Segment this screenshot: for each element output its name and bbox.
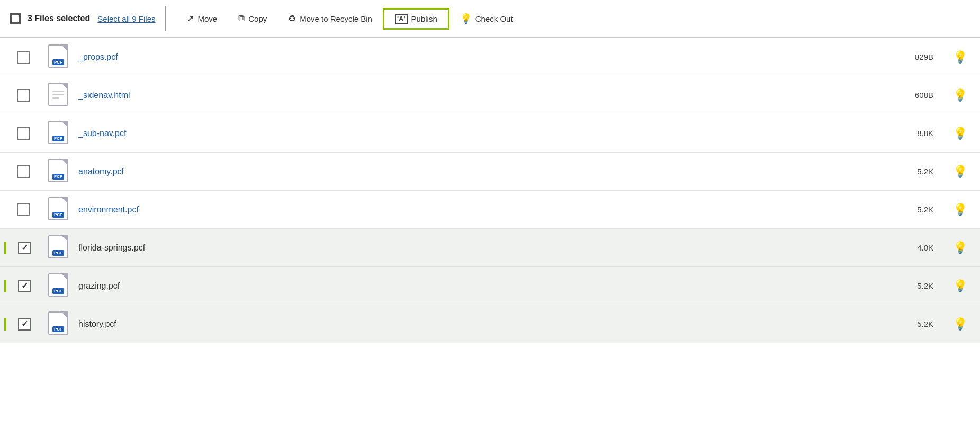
pcf-badge: PCF xyxy=(52,288,64,294)
pcf-file-icon: PCF xyxy=(47,273,69,299)
table-row: PCF _sub-nav.pcf8.8K💡 xyxy=(0,114,980,153)
file-checkbox[interactable] xyxy=(18,242,31,254)
publish-button[interactable]: 'A' Publish xyxy=(383,8,449,30)
recycle-bin-button[interactable]: ♻ Move to Recycle Bin xyxy=(277,8,383,30)
file-action-cell: 💡 xyxy=(944,88,976,102)
file-checkbox[interactable] xyxy=(17,127,30,140)
pcf-badge: PCF xyxy=(52,174,64,180)
file-size: 4.0K xyxy=(880,243,944,252)
pcf-file-icon: PCF xyxy=(47,235,69,261)
checkout-icon[interactable]: 💡 xyxy=(953,203,967,217)
table-row: PCF florida-springs.pcf4.0K💡 xyxy=(0,229,980,267)
pcf-badge: PCF xyxy=(52,326,64,332)
checkout-icon[interactable]: 💡 xyxy=(953,165,967,179)
checkout-icon[interactable]: 💡 xyxy=(953,127,967,140)
pcf-file-icon: PCF xyxy=(47,311,69,337)
toolbar: 3 Files selected Select all 9 Files ↗ Mo… xyxy=(0,0,980,38)
checkout-icon[interactable]: 💡 xyxy=(953,50,967,64)
row-checkbox-cell xyxy=(4,165,42,178)
file-checkbox[interactable] xyxy=(17,203,30,216)
file-checkbox[interactable] xyxy=(17,51,30,64)
file-action-cell: 💡 xyxy=(944,317,976,331)
file-size: 5.2K xyxy=(880,205,944,214)
row-checkbox-cell xyxy=(4,242,42,254)
file-checkbox[interactable] xyxy=(18,280,31,292)
file-action-cell: 💡 xyxy=(944,203,976,217)
select-all-checkbox[interactable] xyxy=(5,13,28,24)
select-all-link[interactable]: Select all 9 Files xyxy=(97,14,155,23)
move-icon: ↗ xyxy=(186,13,194,24)
file-name-link[interactable]: _sub-nav.pcf xyxy=(78,129,126,138)
publish-icon: 'A' xyxy=(395,14,408,24)
checkout-icon[interactable]: 💡 xyxy=(953,279,967,293)
file-size: 608B xyxy=(880,91,944,100)
table-row: PCF grazing.pcf5.2K💡 xyxy=(0,267,980,305)
file-size: 5.2K xyxy=(880,281,944,290)
file-icon-cell: PCF xyxy=(42,121,74,146)
table-row: PCF environment.pcf5.2K💡 xyxy=(0,191,980,229)
row-checkbox-cell xyxy=(4,203,42,216)
file-name-cell: grazing.pcf xyxy=(74,281,880,291)
file-name-cell: _props.pcf xyxy=(74,52,880,62)
publish-label: Publish xyxy=(411,14,437,23)
checkout-icon[interactable]: 💡 xyxy=(953,317,967,331)
file-icon-cell: PCF xyxy=(42,273,74,299)
move-label: Move xyxy=(198,14,218,23)
table-row: PCF _props.pcf829B💡 xyxy=(0,38,980,76)
checkout-button[interactable]: 💡 Check Out xyxy=(449,7,524,30)
file-name-cell: _sub-nav.pcf xyxy=(74,129,880,138)
file-name-cell: anatomy.pcf xyxy=(74,167,880,176)
file-checkbox[interactable] xyxy=(18,318,31,331)
table-row: PCF history.pcf5.2K💡 xyxy=(0,305,980,343)
checkout-icon[interactable]: 💡 xyxy=(953,88,967,102)
pcf-file-icon: PCF xyxy=(47,44,69,70)
file-icon-cell: PCF xyxy=(42,235,74,261)
recycle-label: Move to Recycle Bin xyxy=(300,14,372,23)
pcf-badge: PCF xyxy=(52,59,64,65)
pcf-file-icon: PCF xyxy=(47,121,69,146)
row-checkbox-cell xyxy=(4,318,42,331)
file-name-link[interactable]: _sidenav.html xyxy=(78,91,130,100)
checkout-icon: 💡 xyxy=(460,13,472,24)
file-checkbox[interactable] xyxy=(17,89,30,102)
pcf-file-icon: PCF xyxy=(47,197,69,222)
file-name-link[interactable]: _props.pcf xyxy=(78,52,118,61)
file-icon-cell xyxy=(42,83,74,108)
file-size: 5.2K xyxy=(880,319,944,328)
file-name-text: history.pcf xyxy=(78,319,116,328)
file-icon-cell: PCF xyxy=(42,311,74,337)
selected-count-label: 3 Files selected xyxy=(28,14,90,23)
table-row: PCF anatomy.pcf5.2K💡 xyxy=(0,153,980,191)
file-name-cell: _sidenav.html xyxy=(74,91,880,100)
file-size: 8.8K xyxy=(880,129,944,138)
file-checkbox[interactable] xyxy=(17,165,30,178)
file-name-link[interactable]: environment.pcf xyxy=(78,205,139,214)
file-icon-cell: PCF xyxy=(42,159,74,184)
file-list: PCF _props.pcf829B💡 _sidenav.html608B💡 xyxy=(0,38,980,343)
file-action-cell: 💡 xyxy=(944,241,976,255)
file-icon-cell: PCF xyxy=(42,197,74,222)
copy-label: Copy xyxy=(248,14,267,23)
row-checkbox-cell xyxy=(4,127,42,140)
file-action-cell: 💡 xyxy=(944,279,976,293)
file-name-cell: florida-springs.pcf xyxy=(74,243,880,253)
pcf-badge: PCF xyxy=(52,212,64,218)
file-action-cell: 💡 xyxy=(944,127,976,140)
file-size: 5.2K xyxy=(880,167,944,176)
row-checkbox-cell xyxy=(4,89,42,102)
file-name-text: grazing.pcf xyxy=(78,281,120,290)
pcf-badge: PCF xyxy=(52,136,64,141)
recycle-icon: ♻ xyxy=(288,13,296,24)
file-icon-cell: PCF xyxy=(42,44,74,70)
copy-button[interactable]: ⧉ Copy xyxy=(228,8,277,29)
copy-icon: ⧉ xyxy=(238,13,245,24)
file-name-link[interactable]: anatomy.pcf xyxy=(78,167,124,176)
move-button[interactable]: ↗ Move xyxy=(176,7,228,30)
row-checkbox-cell xyxy=(4,280,42,292)
toolbar-divider xyxy=(165,6,166,31)
checkout-icon[interactable]: 💡 xyxy=(953,241,967,255)
file-name-cell: history.pcf xyxy=(74,319,880,329)
pcf-badge: PCF xyxy=(52,250,64,256)
file-name-text: florida-springs.pcf xyxy=(78,243,145,252)
html-file-icon xyxy=(47,83,69,108)
